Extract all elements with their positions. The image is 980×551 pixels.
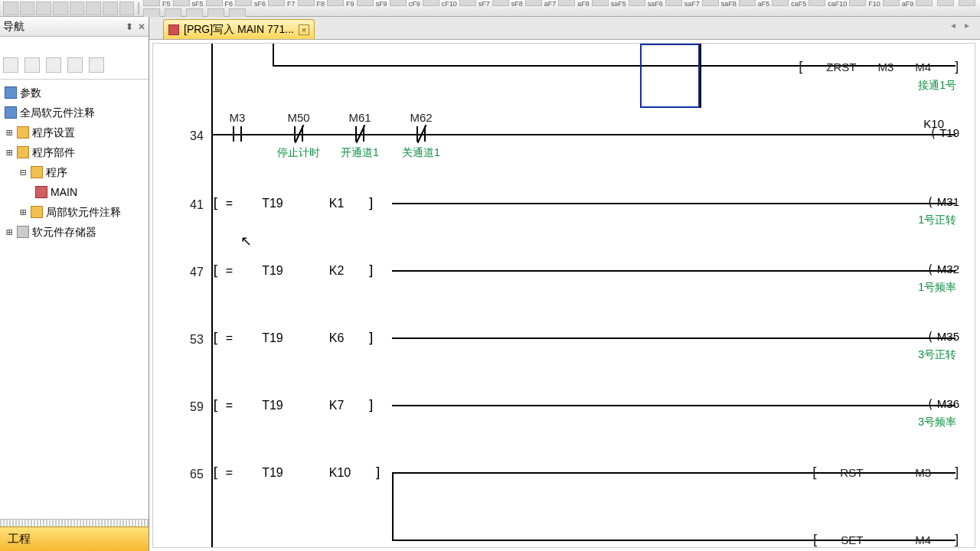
ladder-editor[interactable]: [ZRSTM3M4]接通1号34M3M50停止计时M61开通道1M62关通道1K… xyxy=(152,43,975,548)
fkey-button[interactable] xyxy=(883,0,900,6)
output-coil[interactable]: ( M32 xyxy=(927,262,959,276)
tree-item[interactable]: MAIN xyxy=(2,182,147,202)
comment-label: 关通道1 xyxy=(394,146,448,160)
expand-icon[interactable]: ⊞ xyxy=(18,202,28,222)
fkey-button[interactable] xyxy=(808,0,825,6)
fkey-button[interactable] xyxy=(739,0,756,6)
nav-header: 导航 ⬍ ✕ xyxy=(0,17,149,37)
contact-label: M62 xyxy=(402,111,440,124)
fkey-button[interactable] xyxy=(173,0,190,6)
tree-icon xyxy=(35,186,47,198)
fkey-button[interactable] xyxy=(558,0,575,6)
ladder-rung[interactable]: 34M3M50停止计时M61开通道1M62关通道1K10( T19 xyxy=(153,122,967,165)
editor-tab[interactable]: [PRG]写入 MAIN 771... × xyxy=(163,19,315,39)
function-block[interactable]: [RSTM3] xyxy=(810,465,961,481)
fkey-button[interactable] xyxy=(423,0,439,6)
nav-toolbar xyxy=(0,51,149,80)
fkey-button[interactable] xyxy=(629,0,645,6)
fkey-button[interactable] xyxy=(772,0,789,6)
compare-instruction[interactable]: [=T19K7] xyxy=(211,397,375,413)
nc-contact[interactable]: M61开通道1 xyxy=(352,125,368,143)
tab-prev-icon[interactable]: ◂ xyxy=(951,20,962,31)
project-bar[interactable]: 工程 xyxy=(0,527,149,551)
tree-item[interactable]: ⊞程序设置 xyxy=(2,122,147,142)
compare-instruction[interactable]: [=T19K6] xyxy=(211,330,375,346)
fkey-button[interactable] xyxy=(849,0,866,6)
fkey-button[interactable] xyxy=(268,0,285,6)
tree-item[interactable]: ⊟程序 xyxy=(2,162,147,182)
tree-item[interactable]: ⊞软元件存储器 xyxy=(2,222,147,242)
nav-tool-button[interactable] xyxy=(67,57,83,73)
fkey-button[interactable] xyxy=(206,0,223,6)
ladder-rung[interactable]: 47[=T19K2]( M32 1号频率 xyxy=(153,258,967,301)
fkey-label: sF8 xyxy=(511,0,523,8)
no-contact[interactable]: M3 xyxy=(230,125,245,143)
fkey-label: sF5 xyxy=(192,0,204,8)
nav-tool-button[interactable] xyxy=(89,57,104,73)
fkey-button[interactable] xyxy=(492,0,509,6)
fkey-button[interactable] xyxy=(327,0,344,6)
nc-contact[interactable]: M62关通道1 xyxy=(413,125,429,143)
pin-icon[interactable]: ⬍ xyxy=(126,21,133,32)
tree-item[interactable]: ⊞局部软元件注释 xyxy=(2,202,147,222)
nav-tool-button[interactable] xyxy=(24,57,40,73)
compare-instruction[interactable]: [=T19K1] xyxy=(211,195,375,211)
toolbar-button[interactable] xyxy=(20,2,35,15)
function-block[interactable]: [ZRSTM3M4] xyxy=(796,59,961,75)
tree-item[interactable]: ⊞程序部件 xyxy=(2,142,147,162)
fkey-button[interactable] xyxy=(235,0,252,6)
cursor-box xyxy=(640,44,700,108)
tab-next-icon[interactable]: ▸ xyxy=(965,20,975,31)
close-icon[interactable]: × xyxy=(299,24,309,35)
fkey-label: F10 xyxy=(868,0,880,8)
close-icon[interactable]: ✕ xyxy=(138,21,145,32)
ladder-rung[interactable]: 41[=T19K1]( M31 1号正转 xyxy=(153,191,967,233)
step-number: 65 xyxy=(190,468,204,481)
ladder-rung[interactable]: 65[=T19K10][RSTM3][SETM4] xyxy=(153,460,967,544)
toolbar-button[interactable] xyxy=(53,2,68,15)
expand-icon[interactable]: ⊞ xyxy=(5,142,14,162)
toolbar-button[interactable] xyxy=(36,2,51,15)
fkey-button[interactable] xyxy=(390,0,407,6)
nav-tool-button[interactable] xyxy=(46,57,61,73)
toolbar-button[interactable] xyxy=(70,2,85,15)
tree-item[interactable]: 参数 xyxy=(2,83,147,103)
toolbar-button[interactable] xyxy=(3,2,18,15)
nc-contact[interactable]: M50停止计时 xyxy=(291,125,306,143)
fkey-button[interactable] xyxy=(298,0,315,6)
fkey-button[interactable] xyxy=(357,0,374,6)
resize-grip[interactable] xyxy=(0,519,149,527)
ladder-rung[interactable]: 53[=T19K6]( M35 3号正转 xyxy=(153,325,967,368)
output-coil[interactable]: ( T19 xyxy=(929,126,959,140)
fkey-button[interactable] xyxy=(143,0,160,6)
tree-item[interactable]: 全局软元件注释 xyxy=(2,103,147,122)
output-coil[interactable]: ( M36 xyxy=(927,397,959,411)
expand-icon[interactable]: ⊞ xyxy=(5,222,14,242)
fkey-button[interactable] xyxy=(459,0,476,6)
fkey-button[interactable] xyxy=(592,0,609,6)
ladder-rung[interactable]: [ZRSTM3M4]接通1号 xyxy=(153,44,967,108)
fkey-button[interactable] xyxy=(702,0,719,6)
toolbar-button[interactable] xyxy=(119,2,135,15)
fkey-button[interactable] xyxy=(937,0,954,6)
nav-tool-button[interactable] xyxy=(3,57,18,73)
fkey-label: F8 xyxy=(317,0,325,8)
expand-icon[interactable]: ⊟ xyxy=(18,162,28,182)
compare-instruction[interactable]: [=T19K2] xyxy=(211,262,375,279)
expand-icon[interactable]: ⊞ xyxy=(5,122,14,142)
fkey-button[interactable] xyxy=(665,0,682,6)
toolbar-button[interactable] xyxy=(103,2,118,15)
project-tree[interactable]: 参数全局软元件注释⊞程序设置⊞程序部件⊟程序MAIN⊞局部软元件注释⊞软元件存储… xyxy=(0,80,149,519)
tree-label: MAIN xyxy=(51,182,77,202)
toolbar-button[interactable] xyxy=(86,2,101,15)
output-coil[interactable]: ( M31 xyxy=(927,195,959,209)
ladder-rung[interactable]: 59[=T19K7]( M36 3号频率 xyxy=(153,393,967,435)
comment-label: 1号频率 xyxy=(918,281,956,295)
compare-instruction[interactable]: [=T19K10] xyxy=(211,465,382,481)
fkey-button[interactable] xyxy=(916,0,933,6)
fkey-label: saF5 xyxy=(611,0,626,8)
fkey-button[interactable] xyxy=(959,0,975,6)
fkey-label: F5 xyxy=(162,0,171,8)
output-coil[interactable]: ( M35 xyxy=(927,330,959,344)
fkey-button[interactable] xyxy=(525,0,542,6)
